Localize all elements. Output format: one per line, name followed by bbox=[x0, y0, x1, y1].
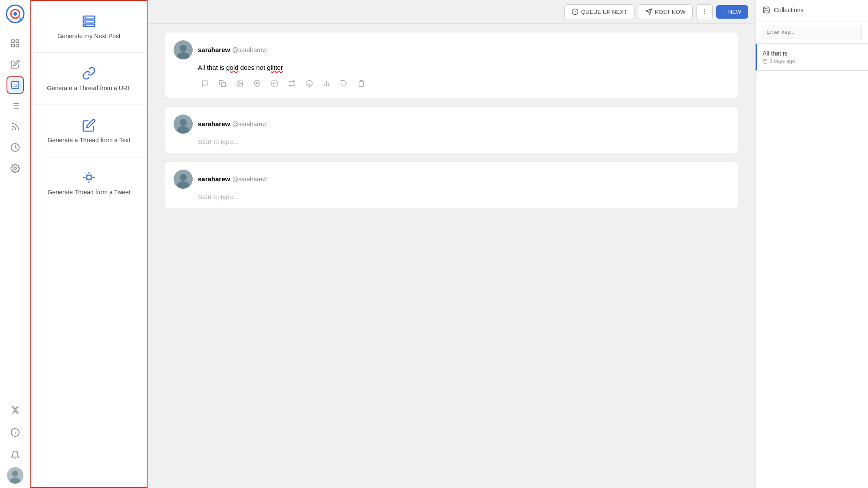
sidebar-item-settings[interactable] bbox=[7, 160, 24, 177]
collections-label: Collections bbox=[774, 7, 803, 13]
svg-point-23 bbox=[12, 471, 18, 477]
collections-header[interactable]: Collections bbox=[756, 0, 868, 20]
collection-item-1[interactable]: All that is 8 days ago bbox=[756, 44, 868, 71]
generate-thread-url-label: Generate a Thread from a URL bbox=[47, 85, 131, 92]
svg-point-47 bbox=[238, 82, 239, 82]
copy-button-1[interactable] bbox=[215, 76, 229, 90]
svg-point-40 bbox=[704, 11, 705, 12]
post-username-3: saraharew bbox=[198, 175, 230, 183]
next-post-icon bbox=[82, 14, 96, 28]
location-button-1[interactable] bbox=[250, 76, 264, 90]
svg-point-39 bbox=[704, 10, 705, 10]
ai-generate-thread-tweet[interactable]: Generate Thread from a Tweet bbox=[31, 157, 147, 209]
emoji-button-1[interactable] bbox=[302, 76, 316, 90]
chart-button-1[interactable] bbox=[319, 76, 333, 90]
svg-point-2 bbox=[13, 12, 17, 16]
sidebar-item-dashboard[interactable] bbox=[7, 35, 24, 52]
main-content: QUEUE UP NEXT POST NOW + NEW bbox=[148, 0, 755, 488]
svg-point-59 bbox=[180, 119, 187, 126]
post-actions-1 bbox=[198, 76, 729, 90]
post-now-button[interactable]: POST NOW bbox=[638, 4, 693, 19]
svg-point-62 bbox=[180, 174, 187, 181]
collection-item-title-1: All that is bbox=[763, 50, 861, 57]
right-panel: Collections All that is 8 days ago bbox=[755, 0, 868, 488]
post-squiggly-gold: gold bbox=[226, 64, 238, 71]
user-avatar[interactable] bbox=[7, 467, 23, 484]
post-placeholder-2[interactable]: Start to type... bbox=[198, 138, 729, 145]
image-button-1[interactable] bbox=[233, 76, 247, 90]
generate-thread-text-label: Generate a Thread from a Text bbox=[48, 137, 131, 144]
search-input[interactable] bbox=[762, 25, 862, 39]
post-handle-2: @saraharew bbox=[232, 121, 267, 128]
collection-item-date-1: 8 days ago bbox=[763, 58, 861, 64]
queue-up-next-button[interactable]: QUEUE UP NEXT bbox=[564, 4, 635, 19]
post-handle-3: @saraharew bbox=[232, 176, 267, 183]
ai-generate-thread-url[interactable]: Generate a Thread from a URL bbox=[31, 53, 147, 105]
svg-point-50 bbox=[306, 80, 312, 86]
svg-point-31 bbox=[87, 175, 92, 180]
svg-point-41 bbox=[704, 13, 705, 14]
svg-rect-7 bbox=[16, 44, 18, 47]
post-avatar-1 bbox=[174, 40, 193, 59]
post-text-1[interactable]: All that is gold does not glitter bbox=[198, 64, 729, 71]
ai-generate-thread-text[interactable]: Generate a Thread from a Text bbox=[31, 105, 147, 157]
posts-area: saraharew @saraharew All that is gold do… bbox=[148, 24, 755, 488]
sidebar-item-rss[interactable] bbox=[7, 118, 24, 135]
svg-text:AI: AI bbox=[13, 84, 16, 88]
text-icon bbox=[82, 118, 96, 132]
tag-button-1[interactable] bbox=[337, 76, 351, 90]
top-toolbar: QUEUE UP NEXT POST NOW + NEW bbox=[148, 0, 755, 24]
post-placeholder-3[interactable]: Start to type... bbox=[198, 193, 729, 200]
post-user-info-1: saraharew @saraharew bbox=[198, 46, 266, 54]
ai-panel: Generate my Next Post Generate a Thread … bbox=[30, 0, 148, 488]
svg-point-43 bbox=[180, 45, 187, 52]
generate-thread-tweet-label: Generate Thread from a Tweet bbox=[48, 189, 131, 196]
sidebar-item-lists[interactable] bbox=[7, 97, 24, 115]
sidebar-item-analytics[interactable] bbox=[7, 139, 24, 156]
post-header-1: saraharew @saraharew bbox=[174, 40, 729, 59]
svg-rect-45 bbox=[221, 82, 225, 86]
delete-button-1[interactable] bbox=[354, 76, 368, 90]
svg-rect-5 bbox=[16, 40, 18, 43]
post-card-3: saraharew @saraharew Start to type... bbox=[165, 162, 738, 208]
sidebar-bottom bbox=[7, 400, 24, 484]
sidebar-item-notifications[interactable] bbox=[7, 446, 24, 464]
svg-rect-6 bbox=[11, 44, 14, 47]
new-button[interactable]: + NEW bbox=[716, 5, 748, 19]
sidebar-item-ai[interactable]: AI bbox=[7, 76, 24, 94]
svg-point-48 bbox=[256, 82, 258, 83]
sidebar-item-compose[interactable] bbox=[7, 56, 24, 73]
more-options-button[interactable] bbox=[696, 4, 713, 19]
svg-point-16 bbox=[12, 129, 13, 130]
retweet-button-1[interactable] bbox=[285, 76, 299, 90]
svg-text:X: X bbox=[19, 17, 22, 22]
url-icon bbox=[82, 66, 96, 80]
svg-rect-4 bbox=[11, 40, 14, 43]
generate-next-post-label: Generate my Next Post bbox=[57, 33, 121, 39]
sidebar-item-info[interactable] bbox=[7, 424, 24, 441]
post-user-info-2: saraharew @saraharew bbox=[198, 120, 266, 128]
gif-button-1[interactable] bbox=[267, 76, 281, 90]
post-header-3: saraharew @saraharew bbox=[174, 170, 729, 189]
sidebar: X AI bbox=[0, 0, 30, 488]
app-logo[interactable]: X bbox=[6, 4, 25, 25]
svg-point-18 bbox=[14, 167, 16, 170]
post-header-2: saraharew @saraharew bbox=[174, 115, 729, 134]
post-username-2: saraharew bbox=[198, 120, 230, 128]
post-card-2: saraharew @saraharew Start to type... bbox=[165, 107, 738, 153]
post-avatar-2 bbox=[174, 115, 193, 134]
tweet-icon bbox=[82, 170, 96, 184]
reply-button-1[interactable] bbox=[198, 76, 212, 90]
svg-rect-64 bbox=[763, 59, 767, 63]
post-squiggly-glitter: glitter bbox=[267, 64, 283, 71]
ai-generate-next-post[interactable]: Generate my Next Post bbox=[31, 1, 147, 53]
post-card-1: saraharew @saraharew All that is gold do… bbox=[165, 33, 738, 98]
post-username-1: saraharew bbox=[198, 46, 230, 53]
post-user-info-3: saraharew @saraharew bbox=[198, 175, 266, 183]
sidebar-item-twitter[interactable] bbox=[7, 401, 24, 419]
post-avatar-3 bbox=[174, 170, 193, 189]
collections-search bbox=[756, 20, 868, 44]
post-handle-1: @saraharew bbox=[232, 46, 267, 53]
